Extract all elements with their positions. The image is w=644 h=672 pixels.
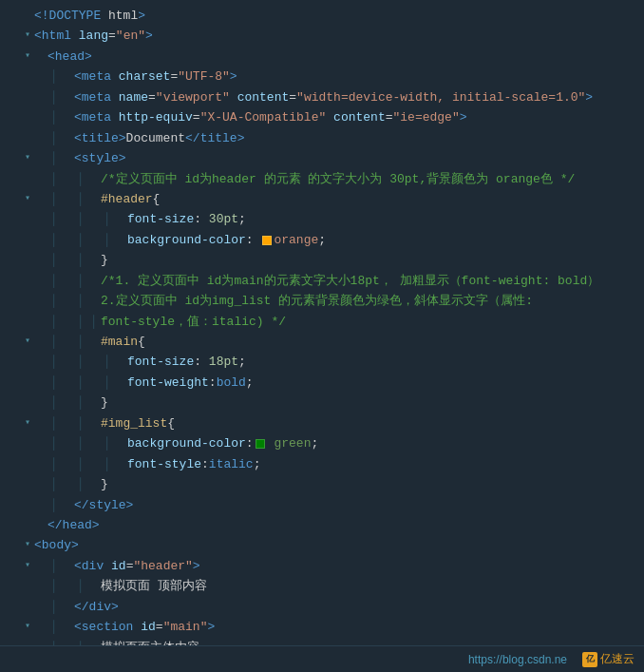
line-22: │ │ │ background-color: green; <box>0 433 644 453</box>
line-31: ▾ │ <section id="main" > <box>0 617 644 637</box>
line-28: ▾ │ <div id="header" > <box>0 556 644 576</box>
line-21: ▾ │ │ #img_list{ <box>0 413 644 433</box>
line-8: ▾ │ <style> <box>0 148 644 168</box>
bottom-bar: https://blog.csdn.ne 亿 亿速云 <box>0 645 644 672</box>
color-swatch-orange <box>262 236 272 245</box>
line-25: │ </style> <box>0 495 644 515</box>
brand-label: 亿 亿速云 <box>582 651 635 667</box>
line-20: │ │ } <box>0 393 644 413</box>
color-swatch-green <box>256 439 265 449</box>
line-2: ▾ <html lang="en" > <box>0 26 644 46</box>
line-11: │ │ │ font-size: 30pt; <box>0 209 644 229</box>
line-18: │ │ │ font-size: 18pt; <box>0 352 644 372</box>
code-editor: <!DOCTYPE html> ▾ <html lang="en" > ▾ <h… <box>0 0 644 672</box>
line-12: │ │ │ background-color: orange; <box>0 230 644 250</box>
line-1: <!DOCTYPE html> <box>0 6 644 26</box>
line-24: │ │ } <box>0 474 644 494</box>
line-10: ▾ │ │ #header{ <box>0 189 644 209</box>
line-9: │ │ /*定义页面中 id为header 的元素 的文字大小为 30pt,背景… <box>0 169 644 189</box>
line-26: </head> <box>0 515 644 535</box>
line-5: │ <meta name="viewport" content="width=d… <box>0 87 644 107</box>
line-29: │ │ 模拟页面 顶部内容 <box>0 576 644 596</box>
line-19: │ │ │ font-weight:bold; <box>0 373 644 393</box>
line-27: ▾ <body> <box>0 535 644 555</box>
line-7: │ <title>Document</title> <box>0 128 644 148</box>
line-16: │ │ │ font-style，值：italic) */ <box>0 312 644 332</box>
line-3: ▾ <head> <box>0 47 644 67</box>
line-4: │ <meta charset="UTF-8" > <box>0 67 644 86</box>
line-6: │ <meta http-equiv="X-UA-Compatible" con… <box>0 107 644 127</box>
csdn-link[interactable]: https://blog.csdn.ne <box>468 653 567 666</box>
line-14: │ │ /*1. 定义页面中 id为main的元素文字大小18pt， 加粗显示（… <box>0 271 644 291</box>
line-13: │ │ } <box>0 250 644 270</box>
line-17: ▾ │ │ #main{ <box>0 332 644 352</box>
line-23: │ │ │ font-style:italic; <box>0 454 644 474</box>
line-30: │ </div> <box>0 597 644 617</box>
brand-icon: 亿 <box>582 652 597 667</box>
line-15: │ │ 2.定义页面中 id为img_list 的元素背景颜色为绿色，斜体显示文… <box>0 291 644 311</box>
